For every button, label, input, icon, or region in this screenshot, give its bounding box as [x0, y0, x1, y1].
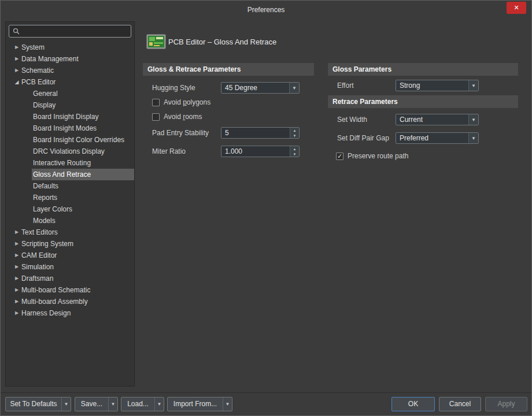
page-title: PCB Editor – Gloss And Retrace: [168, 38, 276, 46]
tree-item-reports[interactable]: Reports: [6, 192, 134, 203]
pcb-editor-icon: [146, 34, 166, 49]
tree-item-board-insight-color-overrides[interactable]: Board Insight Color Overrides: [6, 134, 134, 146]
check-icon: ✓: [337, 153, 342, 159]
close-icon: ✕: [513, 4, 519, 12]
preferences-tree: ▶System ▶Data Management ▶Schematic ◢PCB…: [6, 42, 134, 386]
tree-item-defaults[interactable]: Defaults: [6, 180, 134, 192]
load-label: Load...: [121, 398, 154, 411]
tree-item-drc-violations-display[interactable]: DRC Violations Display: [6, 146, 134, 157]
tree-item-label: Layer Colors: [32, 203, 134, 215]
collapse-arrow-icon[interactable]: ▶: [13, 261, 20, 273]
collapse-arrow-icon[interactable]: ▶: [13, 273, 20, 284]
hugging-style-label: Hugging Style: [152, 82, 195, 94]
search-input[interactable]: [22, 25, 131, 37]
save-button[interactable]: Save... ▼: [75, 397, 118, 411]
collapse-arrow-icon[interactable]: ▶: [13, 250, 20, 261]
avoid-rooms-checkbox[interactable]: Avoid rooms: [152, 112, 202, 121]
sidebar: ▶System ▶Data Management ▶Schematic ◢PCB…: [5, 21, 135, 387]
tree-item-system[interactable]: ▶System: [6, 42, 134, 53]
spin-down-icon[interactable]: ▼: [290, 151, 299, 157]
effort-dropdown[interactable]: Strong ▼: [396, 80, 479, 91]
tree-item-data-management[interactable]: ▶Data Management: [6, 53, 134, 65]
tree-item-simulation[interactable]: ▶Simulation: [6, 261, 134, 273]
import-from-label: Import From...: [168, 398, 223, 411]
collapse-arrow-icon[interactable]: ▶: [13, 226, 20, 238]
tree-item-board-insight-display[interactable]: Board Insight Display: [6, 111, 134, 122]
collapse-arrow-icon[interactable]: ▶: [13, 65, 20, 76]
tree-item-label: CAM Editor: [20, 250, 134, 261]
collapse-arrow-icon[interactable]: ▶: [13, 296, 20, 307]
chevron-down-icon[interactable]: ▼: [61, 398, 71, 411]
set-diff-pair-gap-dropdown[interactable]: Preferred ▼: [396, 132, 479, 144]
set-width-value: Current: [396, 114, 468, 125]
tree-item-multi-board-assembly[interactable]: ▶Multi-board Assembly: [6, 296, 134, 307]
tree-item-label: Reports: [32, 192, 134, 203]
collapse-arrow-icon[interactable]: ▶: [13, 284, 20, 296]
effort-label: Effort: [337, 80, 353, 91]
avoid-polygons-checkbox[interactable]: Avoid polygons: [152, 98, 210, 107]
tree-item-label: DRC Violations Display: [32, 146, 134, 157]
tree-item-scripting-system[interactable]: ▶Scripting System: [6, 238, 134, 250]
section-retrace-parameters: Retrace Parameters: [328, 95, 518, 108]
window-title: Preferences: [1, 6, 531, 14]
tree-item-label: Board Insight Modes: [32, 122, 134, 134]
load-button[interactable]: Load... ▼: [121, 397, 164, 411]
chevron-down-icon[interactable]: ▼: [108, 398, 117, 411]
import-from-button[interactable]: Import From... ▼: [167, 397, 232, 411]
spin-up-icon[interactable]: ▲: [290, 146, 299, 151]
tree-item-multi-board-schematic[interactable]: ▶Multi-board Schematic: [6, 284, 134, 296]
set-width-dropdown[interactable]: Current ▼: [396, 114, 479, 125]
tree-item-gloss-and-retrace[interactable]: Gloss And Retrace: [6, 169, 134, 180]
tree-item-board-insight-modes[interactable]: Board Insight Modes: [6, 122, 134, 134]
chevron-down-icon[interactable]: ▼: [223, 398, 232, 411]
tree-item-label: Harness Design: [20, 307, 134, 319]
collapse-arrow-icon[interactable]: ▶: [13, 307, 20, 319]
preserve-route-path-checkbox[interactable]: ✓ Preserve route path: [336, 151, 408, 161]
chevron-down-icon[interactable]: ▼: [468, 80, 478, 91]
set-width-label: Set Width: [337, 114, 367, 125]
tree-item-harness-design[interactable]: ▶Harness Design: [6, 307, 134, 319]
section-gloss-retrace-parameters: Gloss & Retrace Parameters: [143, 63, 314, 76]
search-box[interactable]: [9, 25, 131, 38]
tree-item-label: Models: [32, 215, 134, 226]
tree-item-models[interactable]: Models: [6, 215, 134, 226]
tree-item-draftsman[interactable]: ▶Draftsman: [6, 273, 134, 284]
collapse-arrow-icon[interactable]: ▶: [13, 238, 20, 250]
tree-item-general[interactable]: General: [6, 88, 134, 99]
miter-ratio-input[interactable]: [221, 146, 290, 157]
pad-entry-stability-input[interactable]: [221, 128, 290, 138]
chevron-down-icon[interactable]: ▼: [468, 133, 478, 143]
tree-item-label: PCB Editor: [20, 76, 134, 88]
tree-item-interactive-routing[interactable]: Interactive Routing: [6, 157, 134, 169]
close-button[interactable]: ✕: [507, 2, 526, 14]
tree-item-label: Multi-board Assembly: [20, 296, 134, 307]
tree-item-text-editors[interactable]: ▶Text Editors: [6, 226, 134, 238]
tree-item-label: Defaults: [32, 180, 134, 192]
hugging-style-dropdown[interactable]: 45 Degree ▼: [221, 82, 300, 94]
tree-item-pcb-editor[interactable]: ◢PCB Editor: [6, 76, 134, 88]
checkbox-box: [152, 113, 160, 121]
cancel-button[interactable]: Cancel: [439, 397, 481, 411]
tree-item-label: Display: [32, 99, 134, 111]
spin-down-icon[interactable]: ▼: [290, 133, 299, 138]
tree-item-cam-editor[interactable]: ▶CAM Editor: [6, 250, 134, 261]
tree-item-label: Interactive Routing: [32, 157, 134, 169]
chevron-down-icon[interactable]: ▼: [154, 398, 164, 411]
chevron-down-icon[interactable]: ▼: [468, 114, 478, 125]
tree-item-schematic[interactable]: ▶Schematic: [6, 65, 134, 76]
content-panel: PCB Editor – Gloss And Retrace Gloss & R…: [138, 21, 528, 387]
tree-item-label: Board Insight Display: [32, 111, 134, 122]
collapse-arrow-icon[interactable]: ▶: [13, 42, 20, 53]
chevron-down-icon[interactable]: ▼: [289, 83, 299, 93]
avoid-rooms-label: Avoid rooms: [164, 113, 202, 121]
pad-entry-stability-label: Pad Entry Stability: [152, 127, 209, 139]
pad-entry-stability-spinner[interactable]: ▲ ▼: [221, 127, 300, 139]
spin-up-icon[interactable]: ▲: [290, 128, 299, 133]
set-to-defaults-button[interactable]: Set To Defaults ▼: [5, 397, 71, 411]
tree-item-display[interactable]: Display: [6, 99, 134, 111]
tree-item-layer-colors[interactable]: Layer Colors: [6, 203, 134, 215]
expand-arrow-icon[interactable]: ◢: [13, 76, 20, 88]
miter-ratio-spinner[interactable]: ▲ ▼: [221, 146, 300, 157]
collapse-arrow-icon[interactable]: ▶: [13, 53, 20, 65]
ok-button[interactable]: OK: [391, 397, 435, 411]
